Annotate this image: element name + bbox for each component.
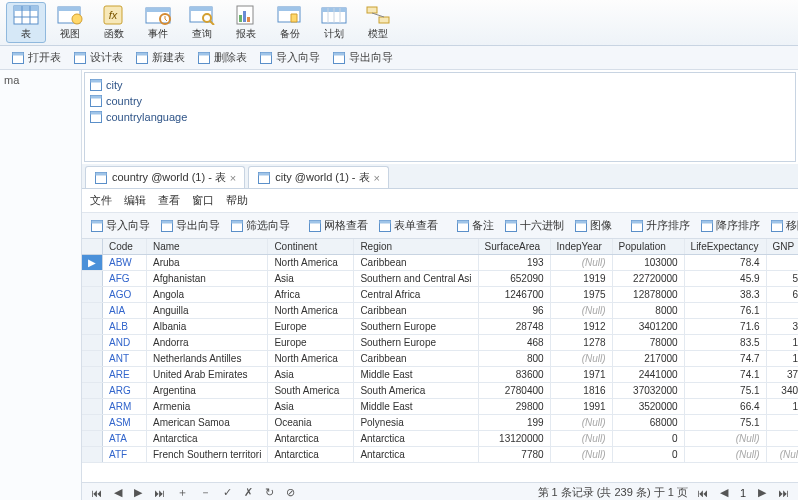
close-icon[interactable]: × (374, 172, 380, 184)
tab-0[interactable]: country @world (1) - 表× (85, 166, 245, 188)
cell-Name[interactable]: United Arab Emirates (147, 367, 268, 383)
cell-Code[interactable]: AND (103, 335, 147, 351)
tables-list[interactable]: citycountrycountrylanguage (84, 72, 796, 162)
nav-add[interactable]: ＋ (174, 485, 191, 500)
cell-Continent[interactable]: North America (268, 255, 354, 271)
sub-btn-5[interactable]: 导出向导 (327, 48, 398, 67)
cell-GNP[interactable]: 3402 (766, 383, 798, 399)
sub-btn-3[interactable]: 删除表 (192, 48, 252, 67)
cell-SurfaceArea[interactable]: 1246700 (478, 287, 550, 303)
row-marker[interactable] (82, 415, 103, 431)
cell-Continent[interactable]: Antarctica (268, 447, 354, 463)
cell-Region[interactable]: Caribbean (354, 303, 478, 319)
cell-Name[interactable]: Armenia (147, 399, 268, 415)
cell-IndepYear[interactable]: 1975 (550, 287, 612, 303)
grid-tb-10[interactable]: 移除排序 (766, 216, 798, 235)
cell-Code[interactable]: ABW (103, 255, 147, 271)
cell-GNP[interactable] (766, 431, 798, 447)
col-SurfaceArea[interactable]: SurfaceArea (478, 239, 550, 255)
page-prev[interactable]: ◀ (717, 486, 731, 499)
cell-Continent[interactable]: North America (268, 303, 354, 319)
cell-Name[interactable]: Antarctica (147, 431, 268, 447)
cell-Name[interactable]: Netherlands Antilles (147, 351, 268, 367)
menu-查看[interactable]: 查看 (158, 193, 180, 208)
cell-Continent[interactable]: Antarctica (268, 431, 354, 447)
toolbar-item-view[interactable]: 视图 (50, 2, 90, 43)
cell-Name[interactable]: Anguilla (147, 303, 268, 319)
cell-Name[interactable]: Aruba (147, 255, 268, 271)
cell-GNP[interactable]: 15 (766, 335, 798, 351)
row-marker[interactable] (82, 303, 103, 319)
table-row[interactable]: AGOAngolaAfricaCentral Africa12467001975… (82, 287, 798, 303)
grid-tb-8[interactable]: 升序排序 (626, 216, 694, 235)
grid-tb-7[interactable]: 图像 (570, 216, 616, 235)
sub-btn-0[interactable]: 打开表 (6, 48, 66, 67)
col-Region[interactable]: Region (354, 239, 478, 255)
nav-prev[interactable]: ◀ (111, 486, 125, 499)
col-GNP[interactable]: GNP (766, 239, 798, 255)
row-marker[interactable] (82, 383, 103, 399)
cell-Code[interactable]: AFG (103, 271, 147, 287)
col-Continent[interactable]: Continent (268, 239, 354, 255)
cell-Code[interactable]: ALB (103, 319, 147, 335)
cell-Name[interactable]: Albania (147, 319, 268, 335)
table-row[interactable]: AIAAnguillaNorth AmericaCaribbean96(Null… (82, 303, 798, 319)
cell-LifeExpectancy[interactable]: 76.1 (684, 303, 766, 319)
cell-GNP[interactable]: 66 (766, 287, 798, 303)
toolbar-item-model[interactable]: 模型 (358, 2, 398, 43)
cell-SurfaceArea[interactable]: 193 (478, 255, 550, 271)
cell-Code[interactable]: AGO (103, 287, 147, 303)
cell-SurfaceArea[interactable]: 2780400 (478, 383, 550, 399)
cell-Name[interactable]: Argentina (147, 383, 268, 399)
cell-GNP[interactable]: 59 (766, 271, 798, 287)
cell-Name[interactable]: Angola (147, 287, 268, 303)
cell-Code[interactable]: ASM (103, 415, 147, 431)
page-last[interactable]: ⏭ (775, 487, 792, 499)
cell-SurfaceArea[interactable]: 7780 (478, 447, 550, 463)
cell-SurfaceArea[interactable]: 652090 (478, 271, 550, 287)
cell-Continent[interactable]: Asia (268, 271, 354, 287)
cell-Continent[interactable]: South America (268, 383, 354, 399)
toolbar-item-table[interactable]: 表 (6, 2, 46, 43)
cell-Continent[interactable]: Asia (268, 399, 354, 415)
cell-LifeExpectancy[interactable]: 83.5 (684, 335, 766, 351)
grid-tb-1[interactable]: 导出向导 (156, 216, 224, 235)
cell-Population[interactable]: 12878000 (612, 287, 684, 303)
cell-Code[interactable]: ANT (103, 351, 147, 367)
cell-LifeExpectancy[interactable]: 75.1 (684, 415, 766, 431)
row-marker[interactable] (82, 351, 103, 367)
cell-SurfaceArea[interactable]: 28748 (478, 319, 550, 335)
cell-IndepYear[interactable]: (Null) (550, 255, 612, 271)
toolbar-item-query[interactable]: 查询 (182, 2, 222, 43)
nav-cancel[interactable]: ✗ (241, 486, 256, 499)
row-marker[interactable]: ▶ (82, 255, 103, 271)
cell-Code[interactable]: ARE (103, 367, 147, 383)
cell-GNP[interactable]: 19 (766, 351, 798, 367)
table-row[interactable]: ASMAmerican SamoaOceaniaPolynesia199(Nul… (82, 415, 798, 431)
cell-Name[interactable]: Andorra (147, 335, 268, 351)
table-row[interactable]: ANDAndorraEuropeSouthern Europe468127878… (82, 335, 798, 351)
cell-Population[interactable]: 37032000 (612, 383, 684, 399)
cell-Name[interactable]: French Southern territori (147, 447, 268, 463)
row-marker[interactable] (82, 399, 103, 415)
cell-SurfaceArea[interactable]: 96 (478, 303, 550, 319)
cell-GNP[interactable]: 32 (766, 319, 798, 335)
nav-first[interactable]: ⏮ (88, 487, 105, 499)
cell-SurfaceArea[interactable]: 83600 (478, 367, 550, 383)
cell-GNP[interactable]: 3 (766, 415, 798, 431)
sub-btn-1[interactable]: 设计表 (68, 48, 128, 67)
col-Name[interactable]: Name (147, 239, 268, 255)
grid-tb-3[interactable]: 网格查看 (304, 216, 372, 235)
cell-Region[interactable]: Antarctica (354, 447, 478, 463)
cell-IndepYear[interactable]: 1278 (550, 335, 612, 351)
cell-Code[interactable]: ARM (103, 399, 147, 415)
nav-commit[interactable]: ✓ (220, 486, 235, 499)
cell-LifeExpectancy[interactable]: 38.3 (684, 287, 766, 303)
cell-IndepYear[interactable]: (Null) (550, 415, 612, 431)
row-marker[interactable] (82, 271, 103, 287)
toolbar-item-schedule[interactable]: 计划 (314, 2, 354, 43)
sub-btn-2[interactable]: 新建表 (130, 48, 190, 67)
cell-Code[interactable]: ARG (103, 383, 147, 399)
cell-Continent[interactable]: Europe (268, 319, 354, 335)
row-marker[interactable] (82, 447, 103, 463)
